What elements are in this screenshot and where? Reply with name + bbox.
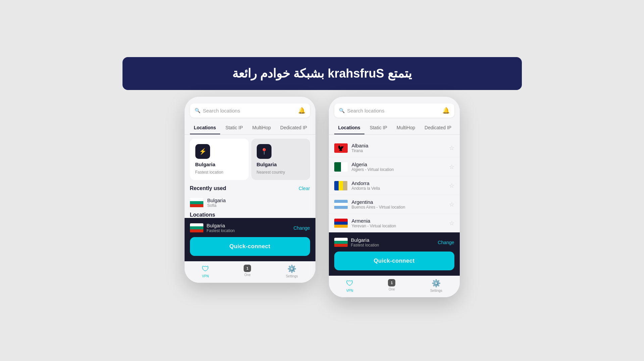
one-icon-left: 1 (244, 265, 251, 272)
phones-container: 🔍 Search locations 🔔 Locations Static IP… (178, 90, 466, 304)
armenia-name: Armenia (352, 218, 445, 224)
algeria-name: Algeria (352, 162, 445, 167)
nav-settings-left[interactable]: ⚙️ Settings (286, 265, 298, 278)
current-location-right: Bulgaria Fastest location Change (334, 237, 454, 247)
current-sub-right: Fastest location (351, 243, 435, 247)
locations-section-left: Locations (185, 212, 315, 218)
recent-city: Sofia (207, 203, 226, 208)
andorra-info: Andorra Andorra la Vella (352, 180, 445, 191)
search-input-left[interactable]: Search locations (203, 108, 295, 114)
armenia-info: Armenia Yerevan - Virtual location (352, 218, 445, 228)
location-albania[interactable]: 🦅 Albania Tirana ☆ (329, 139, 460, 157)
current-location-left: Bulgaria Fastest location Change (190, 223, 310, 233)
star-andorra[interactable]: ☆ (449, 182, 454, 189)
andorra-name: Andorra (352, 180, 445, 186)
flag-argentina (334, 200, 348, 209)
location-armenia[interactable]: Armenia Yerevan - Virtual location ☆ (329, 214, 460, 232)
star-algeria[interactable]: ☆ (449, 163, 454, 171)
nav-one-label-left: One (244, 273, 251, 277)
nav-bar-right: 🛡 VPN 1 One ⚙️ Settings (329, 276, 460, 297)
quick-connect-left[interactable]: Quick-connect (190, 237, 310, 256)
bottom-bar-right: Bulgaria Fastest location Change Quick-c… (329, 232, 460, 276)
nav-one-right[interactable]: 1 One (388, 279, 395, 292)
nav-one-label-right: One (389, 287, 395, 291)
search-bar-left[interactable]: 🔍 Search locations 🔔 (190, 103, 310, 118)
nav-settings-label-right: Settings (430, 289, 442, 292)
flag-algeria (334, 162, 348, 172)
location-list-right: 🦅 Albania Tirana ☆ (329, 139, 460, 232)
albania-sub: Tirana (352, 148, 445, 153)
nav-vpn-right[interactable]: 🛡 VPN (346, 279, 353, 292)
clear-button[interactable]: Clear (299, 186, 310, 191)
phone-right-content: 🔍 Search locations 🔔 Locations Static IP… (329, 97, 460, 297)
quick-card-nearest[interactable]: 📍 Bulgaria Nearest country (251, 139, 310, 180)
nav-vpn-label-right: VPN (346, 289, 353, 292)
recently-used-header: Recently used Clear (185, 185, 315, 191)
tab-dedicatedip-left[interactable]: Dedicated IP (276, 122, 311, 134)
settings-icon-right: ⚙️ (432, 279, 441, 288)
change-button-right[interactable]: Change (438, 240, 454, 245)
tab-staticip-right[interactable]: Static IP (366, 122, 391, 134)
star-albania[interactable]: ☆ (449, 144, 454, 152)
armenia-sub: Yerevan - Virtual location (352, 224, 445, 228)
settings-icon-left: ⚙️ (287, 265, 296, 273)
header-banner: يتمتع Surfshark بشبكة خوادم رائعة (122, 57, 522, 90)
bottom-bar-left: Bulgaria Fastest location Change Quick-c… (185, 218, 315, 261)
locations-title-left: Locations (190, 212, 215, 218)
search-icon-left: 🔍 (195, 108, 200, 113)
vpn-icon-left: 🛡 (202, 265, 209, 273)
nav-vpn-label-left: VPN (202, 274, 209, 278)
flag-bulgaria-bottom-left (190, 223, 203, 233)
current-country-left: Bulgaria (207, 223, 290, 228)
nav-bar-left: 🛡 VPN 1 One ⚙️ Settings (185, 261, 315, 283)
tabs-right: Locations Static IP MultiHop Dedicated I… (329, 122, 460, 135)
flag-albania: 🦅 (334, 143, 348, 153)
location-algeria[interactable]: Algeria Algiers - Virtual location ☆ (329, 157, 460, 176)
andorra-sub: Andorra la Vella (352, 186, 445, 191)
search-icon-right: 🔍 (339, 108, 345, 113)
search-bar-right[interactable]: 🔍 Search locations 🔔 (334, 103, 454, 118)
argentina-info: Argentina Buenos Aires - Virtual locatio… (352, 199, 445, 210)
nav-vpn-left[interactable]: 🛡 VPN (202, 265, 209, 278)
algeria-info: Algeria Algiers - Virtual location (352, 162, 445, 172)
flag-bulgaria-recent (190, 198, 203, 208)
change-button-left[interactable]: Change (293, 225, 310, 231)
albania-name: Albania (352, 143, 445, 148)
star-armenia[interactable]: ☆ (449, 220, 454, 227)
fastest-icon: ⚡ (195, 144, 210, 159)
nav-settings-right[interactable]: ⚙️ Settings (430, 279, 442, 292)
one-icon-right: 1 (388, 279, 395, 286)
bell-icon-left[interactable]: 🔔 (298, 107, 305, 114)
tab-locations-right[interactable]: Locations (334, 122, 364, 134)
quick-card-fastest[interactable]: ⚡ Bulgaria Fastest location (190, 139, 249, 180)
tab-multihop-right[interactable]: MultiHop (393, 122, 419, 134)
quick-cards-left: ⚡ Bulgaria Fastest location 📍 Bulgaria N… (190, 139, 310, 180)
tabs-left: Locations Static IP MultiHop Dedicated I… (185, 122, 315, 135)
recent-country: Bulgaria (207, 197, 226, 203)
tab-multihop-left[interactable]: MultiHop (248, 122, 275, 134)
albania-info: Albania Tirana (352, 143, 445, 153)
flag-armenia (334, 219, 348, 228)
current-location-info-right: Bulgaria Fastest location (351, 237, 435, 247)
fastest-sub: Fastest location (195, 170, 224, 175)
bell-icon-right[interactable]: 🔔 (442, 107, 450, 114)
star-argentina[interactable]: ☆ (449, 201, 454, 208)
recent-item-text: Bulgaria Sofia (207, 197, 226, 208)
argentina-sub: Buenos Aires - Virtual location (352, 205, 445, 210)
quick-connect-right[interactable]: Quick-connect (334, 252, 454, 270)
phone-right: 🔍 Search locations 🔔 Locations Static IP… (329, 97, 460, 297)
nav-one-left[interactable]: 1 One (244, 265, 251, 278)
search-input-right[interactable]: Search locations (347, 108, 440, 114)
location-argentina[interactable]: Argentina Buenos Aires - Virtual locatio… (329, 195, 460, 214)
tab-locations-left[interactable]: Locations (190, 122, 220, 134)
recent-item-bulgaria[interactable]: Bulgaria Sofia (185, 195, 315, 211)
tab-dedicatedip-right[interactable]: Dedicated IP (420, 122, 455, 134)
flag-andorra (334, 181, 348, 190)
argentina-name: Argentina (352, 199, 445, 205)
current-location-info-left: Bulgaria Fastest location (207, 223, 290, 233)
tab-staticip-left[interactable]: Static IP (221, 122, 247, 134)
phone-left: 🔍 Search locations 🔔 Locations Static IP… (185, 97, 315, 283)
location-andorra[interactable]: Andorra Andorra la Vella ☆ (329, 176, 460, 195)
nav-settings-label-left: Settings (286, 274, 298, 278)
current-sub-left: Fastest location (207, 228, 290, 233)
